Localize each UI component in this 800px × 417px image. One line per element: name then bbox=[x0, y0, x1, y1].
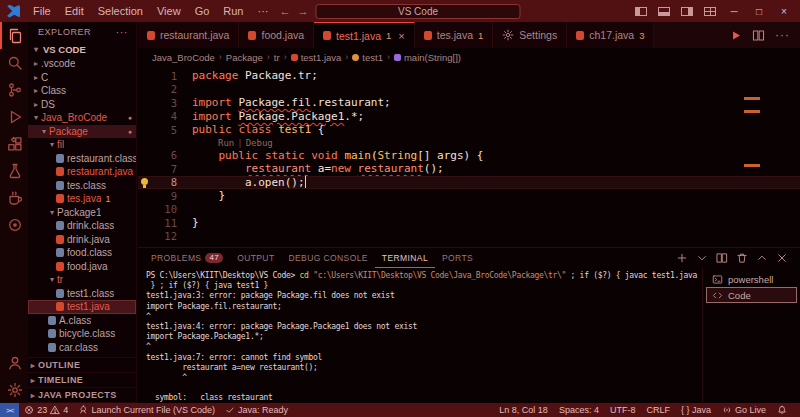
toggle-secondary-sidebar-icon[interactable] bbox=[681, 7, 693, 16]
status-java-ready[interactable]: Java: Ready bbox=[220, 403, 293, 417]
tree-file-tes-class[interactable]: tes.class bbox=[28, 179, 136, 193]
tree-file-drink-class[interactable]: drink.class bbox=[28, 219, 136, 233]
remote-indicator[interactable]: >< bbox=[0, 403, 19, 417]
code-line-5[interactable]: 5public class test1 { bbox=[138, 123, 800, 137]
tab-tes-java[interactable]: tes.java1 bbox=[415, 22, 493, 48]
breadcrumb-tr[interactable]: tr bbox=[274, 52, 280, 63]
panel-tab-output[interactable]: OUTPUT bbox=[230, 248, 281, 268]
activity-extensions[interactable] bbox=[0, 130, 28, 157]
activity-testing[interactable] bbox=[0, 157, 28, 184]
tab-settings[interactable]: Settings bbox=[493, 22, 567, 48]
status-problems[interactable]: 234 bbox=[19, 403, 73, 417]
codelens-debug-link[interactable]: Debug bbox=[246, 138, 273, 148]
nav-back-icon[interactable]: ← bbox=[280, 5, 291, 17]
tree-file-a-class[interactable]: A.class bbox=[28, 314, 136, 328]
panel-tab-problems[interactable]: PROBLEMS47 bbox=[144, 248, 230, 268]
status-cursor-position[interactable]: Ln 8, Col 18 bbox=[494, 403, 553, 417]
menu-run[interactable]: Run bbox=[216, 2, 250, 20]
code-line-7[interactable]: 7 restaurant a=new restaurant(); bbox=[138, 162, 800, 176]
trash-icon[interactable] bbox=[736, 252, 748, 264]
breadcrumb-main-string[interactable]: main(String[]) bbox=[394, 52, 461, 63]
code-line-1[interactable]: 1package Package.tr; bbox=[138, 69, 800, 83]
more-actions-icon[interactable]: ··· bbox=[116, 26, 129, 38]
tree-folder-class[interactable]: ▸Class bbox=[28, 84, 136, 98]
breadcrumb-package[interactable]: Package bbox=[226, 52, 263, 63]
menu-edit[interactable]: Edit bbox=[58, 2, 91, 20]
activity-settings[interactable] bbox=[0, 376, 28, 403]
menu-file[interactable]: File bbox=[26, 2, 58, 20]
section-java-projects[interactable]: ▸JAVA PROJECTS bbox=[28, 388, 136, 403]
chevron-up-icon[interactable] bbox=[756, 252, 768, 264]
activity-run-debug[interactable] bbox=[0, 103, 28, 130]
code-line-11[interactable]: 11} bbox=[138, 216, 800, 230]
code-line-10[interactable]: 10 bbox=[138, 203, 800, 217]
split-editor-icon[interactable] bbox=[752, 29, 765, 42]
panel-tab-ports[interactable]: PORTS bbox=[435, 248, 480, 268]
tree-file-test1-java[interactable]: test1.java bbox=[28, 300, 136, 314]
panel-tab-terminal[interactable]: TERMINAL bbox=[375, 248, 435, 268]
maximize-button[interactable]: □ bbox=[752, 6, 766, 17]
status-eol[interactable]: CRLF bbox=[641, 403, 675, 417]
tree-folder-vscode[interactable]: ▸.vscode bbox=[28, 57, 136, 71]
tree-file-bicycle-class[interactable]: bicycle.class bbox=[28, 327, 136, 341]
code-line-12[interactable]: 12 bbox=[138, 230, 800, 244]
status-indentation[interactable]: Spaces: 4 bbox=[554, 403, 604, 417]
tree-folder-tr[interactable]: ▾tr bbox=[28, 273, 136, 287]
close-button[interactable]: × bbox=[777, 6, 791, 17]
tree-folder-ds[interactable]: ▸DS bbox=[28, 98, 136, 112]
close-icon[interactable] bbox=[776, 252, 788, 264]
section-outline[interactable]: ▸OUTLINE bbox=[28, 358, 136, 373]
tree-file-restaurant-java[interactable]: restaurant.java bbox=[28, 165, 136, 179]
status-launch[interactable]: Launch Current File (VS Code) bbox=[73, 403, 220, 417]
status-notifications[interactable] bbox=[772, 403, 792, 417]
menu-view[interactable]: View bbox=[150, 2, 188, 20]
activity-search[interactable] bbox=[0, 49, 28, 76]
minimize-button[interactable]: ─ bbox=[727, 6, 741, 17]
tree-folder-c[interactable]: ▸C bbox=[28, 71, 136, 85]
toggle-primary-sidebar-icon[interactable] bbox=[635, 7, 647, 16]
lightbulb-icon[interactable] bbox=[141, 178, 148, 185]
tab-close-icon[interactable]: × bbox=[398, 30, 404, 42]
customize-layout-icon[interactable] bbox=[704, 7, 716, 16]
tree-file-drink-java[interactable]: drink.java bbox=[28, 233, 136, 247]
code-editor[interactable]: 1package Package.tr;23import Package.fil… bbox=[138, 66, 800, 247]
panel-tab-debug-console[interactable]: DEBUG CONSOLE bbox=[281, 248, 374, 268]
breadcrumb-test1[interactable]: test1 bbox=[352, 52, 383, 63]
status-go-live[interactable]: Go Live bbox=[717, 403, 771, 417]
tab-test1-java[interactable]: test1.java1× bbox=[314, 22, 415, 48]
activity-source-control[interactable] bbox=[0, 76, 28, 103]
plus-icon[interactable] bbox=[676, 252, 688, 264]
more-actions-icon[interactable]: ··· bbox=[775, 28, 790, 42]
tree-file-restaurant-class[interactable]: restaurant.class bbox=[28, 152, 136, 166]
activity-java[interactable] bbox=[0, 184, 28, 211]
code-line-2[interactable]: 2 bbox=[138, 83, 800, 97]
workspace-root[interactable]: ▾ VS CODE bbox=[28, 42, 136, 57]
code-line-6[interactable]: 6 public static void main(String[] args)… bbox=[138, 149, 800, 163]
code-line-4[interactable]: 4import Package.Package1.*; bbox=[138, 110, 800, 124]
play-icon[interactable] bbox=[729, 29, 742, 42]
terminal-instance-powershell[interactable]: powershell bbox=[706, 271, 797, 287]
tab-food-java[interactable]: food.java bbox=[239, 22, 314, 48]
codelens-run-link[interactable]: Run bbox=[218, 138, 234, 148]
menu-go[interactable]: Go bbox=[188, 2, 217, 20]
tree-file-food-java[interactable]: food.java bbox=[28, 260, 136, 274]
terminal-output[interactable]: PS C:\Users\KIIT\Desktop\VS Code> cd "c:… bbox=[138, 268, 702, 403]
breadcrumb-java-brocode[interactable]: Java_BroCode bbox=[152, 52, 215, 63]
tree-folder-package1[interactable]: ▾Package1 bbox=[28, 206, 136, 220]
nav-forward-icon[interactable]: → bbox=[298, 5, 309, 17]
tree-file-tes-java[interactable]: tes.java1 bbox=[28, 192, 136, 206]
tree-folder-java-brocode[interactable]: ▾Java_BroCode● bbox=[28, 111, 136, 125]
menu-item[interactable]: ··· bbox=[251, 2, 276, 20]
section-timeline[interactable]: ▸TIMELINE bbox=[28, 373, 136, 388]
terminal-instance-code[interactable]: Code bbox=[706, 287, 797, 303]
activity-account[interactable] bbox=[0, 349, 28, 376]
menu-selection[interactable]: Selection bbox=[91, 2, 150, 20]
command-center-search[interactable]: VS Code bbox=[316, 4, 521, 19]
activity-explorer[interactable] bbox=[0, 22, 28, 49]
code-line-9[interactable]: 9 } bbox=[138, 189, 800, 203]
tab-ch17-java[interactable]: ch17.java3 bbox=[567, 22, 654, 48]
activity-remote[interactable] bbox=[0, 211, 28, 238]
code-line-3[interactable]: 3import Package.fil.restaurant; bbox=[138, 96, 800, 110]
status-encoding[interactable]: UTF-8 bbox=[605, 403, 641, 417]
split-editor-icon[interactable] bbox=[716, 252, 728, 264]
